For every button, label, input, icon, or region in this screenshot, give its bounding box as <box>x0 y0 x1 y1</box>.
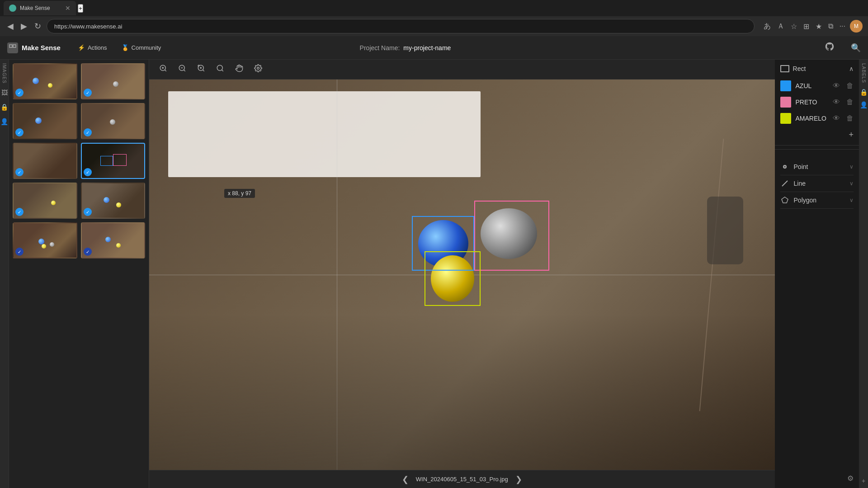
collections-icon[interactable]: ⊞ <box>802 20 811 33</box>
svg-rect-1 <box>13 45 16 47</box>
reader-icon[interactable]: Ａ <box>775 20 786 33</box>
tool-polygon[interactable]: Polygon ∨ <box>780 192 854 209</box>
github-icon[interactable] <box>825 42 835 54</box>
tool-point[interactable]: Point ∨ <box>780 159 854 175</box>
favorites-bar-icon[interactable]: ★ <box>814 20 824 33</box>
profile-icon[interactable]: M <box>850 20 863 33</box>
sidebar-image-icon[interactable]: 🖼 <box>0 87 9 98</box>
polygon-icon <box>780 196 789 205</box>
tab-close-button[interactable]: ✕ <box>65 5 71 12</box>
preto-delete-icon[interactable]: 🗑 <box>846 98 854 106</box>
translate-icon[interactable]: あ <box>762 20 773 33</box>
rect-icon <box>780 65 789 72</box>
thumbnail-5[interactable]: ✓ <box>13 143 77 179</box>
new-tab-button[interactable]: + <box>78 4 83 13</box>
amarelo-delete-icon[interactable]: 🗑 <box>846 114 854 122</box>
logo-icon <box>7 42 18 53</box>
address-bar[interactable]: https://www.makesense.ai <box>47 19 755 33</box>
tab-title: Make Sense <box>20 5 50 11</box>
user-tab-icon[interactable]: 👤 <box>860 101 868 108</box>
azul-label-name: AZUL <box>796 82 826 89</box>
search-icon[interactable]: 🔍 <box>851 43 861 53</box>
logo-text: Make Sense <box>22 44 61 52</box>
panel-divider <box>775 149 859 150</box>
tab-favicon <box>9 5 16 12</box>
thumbnail-7[interactable]: ✓ <box>13 183 77 219</box>
nav-community[interactable]: 🏅 Community <box>115 42 168 54</box>
right-sidebar-tabs: Labels 🔒 👤 + <box>859 60 868 488</box>
sidebar-lock-icon[interactable]: 🔒 <box>0 102 10 113</box>
line-icon <box>780 179 789 188</box>
svg-point-15 <box>217 65 222 70</box>
svg-line-10 <box>203 70 204 71</box>
labels-tab-label[interactable]: Labels <box>861 63 866 83</box>
thumbnail-4[interactable]: ✓ <box>81 103 146 139</box>
browser-chrome: Make Sense ✕ + ◀ ▶ ↻ https://www.makesen… <box>0 0 868 36</box>
amarelo-label-name: AMARELO <box>796 115 826 122</box>
svg-line-16 <box>222 70 223 71</box>
canvas-image-bg: x 88, y 97 <box>149 80 775 470</box>
polygon-label: Polygon <box>794 197 845 204</box>
panel-settings-icon[interactable]: ⚙ <box>847 474 854 483</box>
thumbnail-8[interactable]: ✓ <box>81 183 146 219</box>
thumb-check-3: ✓ <box>15 128 24 136</box>
bbox-yellow[interactable] <box>425 251 481 306</box>
svg-rect-0 <box>9 45 12 47</box>
amarelo-visibility-icon[interactable]: 👁 <box>833 114 840 122</box>
canvas-wrapper[interactable]: x 88, y 97 <box>149 80 775 470</box>
label-item-azul: AZUL 👁 🗑 <box>780 78 854 94</box>
canvas-surface <box>168 91 481 177</box>
thumb-check-4: ✓ <box>84 128 92 136</box>
active-tab[interactable]: Make Sense ✕ <box>4 1 76 15</box>
thumb-check-5: ✓ <box>15 168 24 176</box>
settings-tool-button[interactable] <box>251 61 265 77</box>
browser-actions: あ Ａ ☆ ⊞ ★ ⧉ ··· M <box>762 20 863 33</box>
thumbnail-6[interactable]: ✓ <box>81 143 146 179</box>
preto-color-swatch <box>780 97 791 108</box>
header-nav: ⚡ Actions 🏅 Community <box>71 42 167 54</box>
zoom-fit-button[interactable] <box>194 61 208 77</box>
left-sidebar: Images 🖼 🔒 👤 <box>0 60 9 488</box>
svg-point-17 <box>257 67 259 70</box>
point-label: Point <box>794 163 845 170</box>
next-image-button[interactable]: ❯ <box>515 474 522 484</box>
point-icon <box>780 162 789 171</box>
project-name-value: my-project-name <box>403 44 451 52</box>
thumbnail-10[interactable]: ✓ <box>81 222 146 258</box>
back-button[interactable]: ◀ <box>5 19 15 33</box>
sidebar-user-icon[interactable]: 👤 <box>0 116 10 127</box>
coordinate-tooltip: x 88, y 97 <box>224 189 255 198</box>
preto-visibility-icon[interactable]: 👁 <box>833 98 840 106</box>
thumbnail-3[interactable]: ✓ <box>13 103 77 139</box>
image-panel: ✓ ✓ ✓ ✓ <box>9 60 149 488</box>
favorites-icon[interactable]: ☆ <box>789 20 799 33</box>
bbox-pink[interactable] <box>474 201 549 271</box>
zoom-100-button[interactable] <box>213 61 227 77</box>
azul-visibility-icon[interactable]: 👁 <box>833 82 840 90</box>
thumbnail-2[interactable]: ✓ <box>81 63 146 99</box>
zoom-out-button[interactable] <box>175 61 189 77</box>
extensions-icon[interactable]: ⧉ <box>826 20 835 32</box>
preto-label-name: PRETO <box>796 99 826 106</box>
zoom-in-button[interactable] <box>156 61 170 77</box>
actions-label: Actions <box>88 44 107 51</box>
forward-button[interactable]: ▶ <box>19 19 29 33</box>
azul-delete-icon[interactable]: 🗑 <box>846 82 854 90</box>
collapse-labels-button[interactable]: ∧ <box>849 65 854 72</box>
refresh-button[interactable]: ↻ <box>33 19 43 33</box>
add-label-button[interactable]: + <box>849 130 854 140</box>
line-label: Line <box>794 180 845 187</box>
lock-tab-icon[interactable]: 🔒 <box>860 89 868 96</box>
nav-actions[interactable]: ⚡ Actions <box>71 42 113 54</box>
hand-tool-button[interactable] <box>232 61 246 77</box>
rect-label: Rect <box>793 65 806 72</box>
thumbnail-1[interactable]: ✓ <box>13 63 77 99</box>
more-actions-icon[interactable]: ··· <box>838 20 847 32</box>
prev-image-button[interactable]: ❮ <box>402 474 409 484</box>
canvas-footer: ❮ WIN_20240605_15_51_03_Pro.jpg ❯ <box>149 470 775 488</box>
add-right-icon[interactable]: + <box>862 477 865 484</box>
svg-line-3 <box>165 70 166 71</box>
svg-marker-21 <box>782 197 788 203</box>
tool-line[interactable]: Line ∨ <box>780 175 854 192</box>
thumbnail-9[interactable]: ✓ <box>13 222 77 258</box>
